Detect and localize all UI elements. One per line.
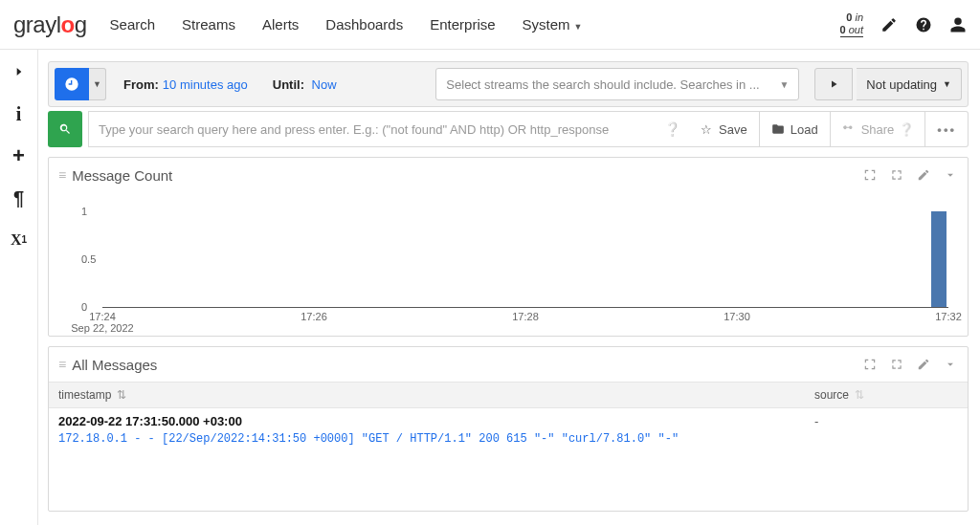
- sidebar-collapse-icon[interactable]: [8, 61, 31, 82]
- edit-panel-icon[interactable]: [916, 357, 931, 372]
- x-tick: 17:26: [301, 311, 327, 322]
- more-actions-button[interactable]: •••: [925, 111, 969, 147]
- panel-title: Message Count: [72, 167, 172, 184]
- logo[interactable]: graylog: [13, 11, 87, 38]
- sort-icon[interactable]: ⇅: [117, 388, 126, 402]
- nav-streams[interactable]: Streams: [182, 16, 235, 33]
- folder-icon: [771, 122, 785, 136]
- run-search-button[interactable]: [814, 68, 853, 100]
- user-icon[interactable]: [949, 16, 967, 33]
- y-tick: 0.5: [81, 253, 96, 265]
- x-tick: 17:28: [512, 311, 539, 322]
- x-tick: 17:30: [724, 311, 750, 322]
- chevron-down-icon: ▼: [779, 79, 789, 90]
- edit-icon[interactable]: [880, 16, 898, 33]
- nav-dashboards[interactable]: Dashboards: [325, 16, 403, 33]
- panel-title: All Messages: [72, 357, 157, 373]
- sidebar-info-icon[interactable]: i: [8, 103, 31, 124]
- expand-icon[interactable]: [889, 167, 904, 183]
- chevron-down-icon[interactable]: [943, 167, 958, 183]
- nav-enterprise[interactable]: Enterprise: [430, 16, 495, 33]
- focus-icon[interactable]: [862, 167, 878, 183]
- table-row[interactable]: 2022-09-22 17:31:50.000 +03:00 172.18.0.…: [49, 408, 968, 453]
- sidebar-add-icon[interactable]: +: [8, 145, 31, 166]
- column-timestamp[interactable]: timestamp: [58, 388, 111, 402]
- sidebar-x1-icon[interactable]: X1: [8, 230, 31, 251]
- drag-handle-icon[interactable]: ≡: [58, 167, 64, 183]
- streams-select[interactable]: Select streams the search should include…: [435, 68, 799, 100]
- throughput-indicator: 0 in 0 out: [840, 11, 863, 36]
- refresh-dropdown[interactable]: Not updating▼: [857, 68, 962, 100]
- chevron-down-icon[interactable]: [943, 357, 958, 372]
- nav-alerts[interactable]: Alerts: [262, 16, 299, 33]
- star-icon: ☆: [700, 122, 713, 136]
- row-message: 172.18.0.1 - - [22/Sep/2022:14:31:50 +00…: [58, 430, 814, 448]
- focus-icon[interactable]: [862, 357, 878, 372]
- nav-system[interactable]: System▼: [523, 16, 583, 33]
- load-button[interactable]: Load: [760, 111, 831, 147]
- y-tick: 1: [81, 206, 87, 217]
- sort-icon[interactable]: ⇅: [855, 388, 864, 402]
- help-small-icon: ❔: [900, 122, 913, 136]
- x-tick: 17:32: [935, 311, 962, 322]
- share-button[interactable]: Share ❔: [831, 111, 926, 147]
- row-timestamp: 2022-09-22 17:31:50.000 +03:00: [58, 414, 814, 428]
- expand-icon[interactable]: [889, 357, 904, 372]
- x-tick: 17:24Sep 22, 2022: [71, 311, 133, 334]
- save-button[interactable]: ☆ Save: [688, 111, 760, 147]
- row-source: -: [814, 414, 958, 448]
- drag-handle-icon[interactable]: ≡: [58, 357, 64, 372]
- timerange-button[interactable]: [55, 68, 89, 100]
- edit-panel-icon[interactable]: [916, 167, 931, 183]
- column-source[interactable]: source: [814, 388, 849, 402]
- hint-bulb-icon[interactable]: ❔: [664, 122, 680, 136]
- message-count-chart: 00.5117:24Sep 22, 202217:2617:2817:3017:…: [49, 192, 968, 336]
- execute-search-button[interactable]: [48, 111, 82, 147]
- sidebar-paragraph-icon[interactable]: ¶: [8, 187, 31, 208]
- search-query-input[interactable]: Type your search query here and press en…: [88, 111, 688, 147]
- timerange-caret[interactable]: ▼: [89, 68, 106, 100]
- timerange-summary: From:10 minutes ago Until: Now: [110, 68, 432, 100]
- help-icon[interactable]: [915, 16, 932, 33]
- nav-search[interactable]: Search: [110, 16, 156, 33]
- chart-bar: [931, 211, 947, 307]
- share-icon: [842, 122, 856, 136]
